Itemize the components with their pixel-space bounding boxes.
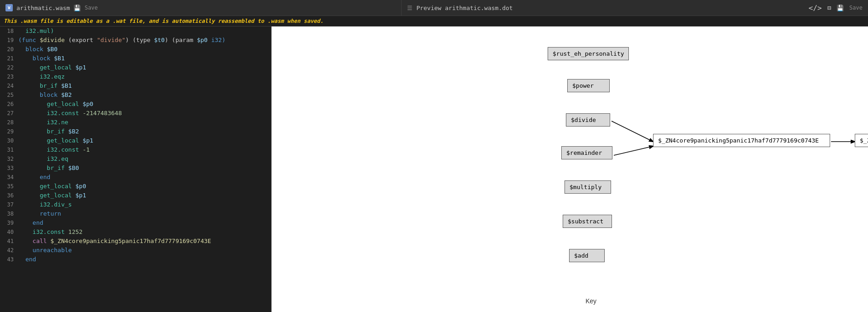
preview-save-button[interactable]: Save: [849, 5, 863, 11]
main-content: 18 i32.mul) 19 (func $divide (export "di…: [0, 26, 868, 312]
line-number: 27: [0, 109, 18, 118]
line-content: i32.ne: [18, 118, 271, 127]
table-row: 19 (func $divide (export "divide") (type…: [0, 36, 271, 45]
table-row: 33 br_if $B0: [0, 164, 271, 173]
line-content: block $B2: [18, 90, 271, 100]
node-add[interactable]: $add: [569, 249, 605, 262]
line-content: i32.mul): [18, 26, 271, 36]
node-panic-fmt[interactable]: $_ZN4core9panicking9panic_fmt17h2...: [855, 134, 868, 147]
line-number: 34: [0, 173, 18, 182]
line-content: br_if $B1: [18, 81, 271, 90]
line-number: 21: [0, 54, 18, 63]
table-row: 31 i32.const -1: [0, 145, 271, 154]
line-number: 29: [0, 127, 18, 136]
graph-arrows: [272, 26, 868, 310]
line-content: get_local $p1: [18, 191, 271, 200]
table-row: 35 get_local $p0: [0, 182, 271, 191]
node-power[interactable]: $power: [567, 79, 610, 92]
line-content: get_local $p1: [18, 63, 271, 72]
code-view-icon[interactable]: </>: [809, 4, 822, 12]
line-number: 31: [0, 145, 18, 154]
table-row: 41 call $_ZN4core9panicking5panic17haf7d…: [0, 237, 271, 246]
line-content: br_if $B2: [18, 127, 271, 136]
table-row: 26 get_local $p0: [0, 100, 271, 109]
table-row: 32 i32.eq: [0, 154, 271, 164]
title-left: W arithmatic.wasm 💾 Save: [0, 4, 401, 11]
save-icon: 💾: [73, 5, 81, 11]
node-label: $divide: [571, 116, 596, 123]
line-content: i32.div_s: [18, 200, 271, 209]
table-row: 18 i32.mul): [0, 26, 271, 36]
table-row: 37 i32.div_s: [0, 200, 271, 209]
node-label: $_ZN4core9panicking5panic17haf7d7779169c…: [658, 137, 819, 144]
node-label: $multiply: [570, 184, 601, 190]
line-content: i32.const -2147483648: [18, 109, 271, 118]
table-row: 38 return: [0, 209, 271, 218]
line-number: 35: [0, 182, 18, 191]
table-row: 42 unreachable: [0, 246, 271, 255]
line-number: 37: [0, 200, 18, 209]
line-content: i32.eq: [18, 154, 271, 164]
node-rust-eh[interactable]: $rust_eh_personality: [548, 47, 629, 60]
key-label: Key: [586, 297, 596, 305]
line-number: 20: [0, 45, 18, 54]
table-row: 36 get_local $p1: [0, 191, 271, 200]
preview-menu-icon: ☰: [407, 5, 413, 11]
table-row: 25 block $B2: [0, 90, 271, 100]
warning-bar: This .wasm file is editable as a .wat fi…: [0, 16, 868, 26]
node-label: $rust_eh_personality: [553, 50, 624, 57]
table-row: 20 block $B0: [0, 45, 271, 54]
line-number: 23: [0, 72, 18, 81]
code-lines: 18 i32.mul) 19 (func $divide (export "di…: [0, 26, 271, 312]
wasm-icon: W: [5, 4, 13, 11]
line-content: (func $divide (export "divide") (type $t…: [18, 36, 271, 45]
line-number: 19: [0, 36, 18, 45]
line-content: br_if $B0: [18, 164, 271, 173]
node-panic-fn[interactable]: $_ZN4core9panicking5panic17haf7d7779169c…: [653, 134, 830, 147]
line-content: i32.eqz: [18, 72, 271, 81]
preview-title-bar: ☰ Preview arithmatic.wasm.dot: [402, 5, 803, 11]
graph-canvas: $rust_eh_personality $power $divide $rem…: [272, 26, 868, 310]
table-row: 21 block $B1: [0, 54, 271, 63]
line-content: block $B1: [18, 54, 271, 63]
node-remainder[interactable]: $remainder: [561, 146, 612, 159]
table-row: 34 end: [0, 173, 271, 182]
line-number: 40: [0, 227, 18, 237]
svg-line-1: [614, 146, 653, 155]
line-content: call $_ZN4core9panicking5panic17haf7d777…: [18, 237, 271, 246]
table-row: 27 i32.const -2147483648: [0, 109, 271, 118]
line-content: i32.const 1252: [18, 227, 271, 237]
line-content: i32.const -1: [18, 145, 271, 154]
line-content: get_local $p0: [18, 182, 271, 191]
node-label: $substract: [568, 218, 603, 225]
line-content: end: [18, 218, 271, 227]
table-row: 22 get_local $p1: [0, 63, 271, 72]
line-number: 32: [0, 154, 18, 164]
line-number: 24: [0, 81, 18, 90]
split-view-icon[interactable]: ⊟: [827, 4, 831, 11]
line-number: 43: [0, 255, 18, 264]
code-editor[interactable]: 18 i32.mul) 19 (func $divide (export "di…: [0, 26, 272, 312]
warning-text: This .wasm file is editable as a .wat fi…: [4, 18, 324, 24]
table-row: 24 br_if $B1: [0, 81, 271, 90]
node-multiply[interactable]: $multiply: [565, 180, 611, 194]
table-row: 39 end: [0, 218, 271, 227]
preview-actions: </> ⊟ 💾 Save: [803, 4, 868, 12]
preview-title-text: Preview arithmatic.wasm.dot: [416, 5, 512, 11]
table-row: 40 i32.const 1252: [0, 227, 271, 237]
table-row: 23 i32.eqz: [0, 72, 271, 81]
node-divide[interactable]: $divide: [566, 113, 610, 127]
line-number: 36: [0, 191, 18, 200]
table-row: 29 br_if $B2: [0, 127, 271, 136]
line-content: block $B0: [18, 45, 271, 54]
line-number: 42: [0, 246, 18, 255]
line-number: 26: [0, 100, 18, 109]
node-substract[interactable]: $substract: [563, 215, 612, 228]
table-row: 28 i32.ne: [0, 118, 271, 127]
preview-panel[interactable]: $rust_eh_personality $power $divide $rem…: [272, 26, 868, 312]
editor-save-button[interactable]: Save: [84, 5, 98, 11]
line-content: end: [18, 255, 271, 264]
node-label: $remainder: [566, 149, 602, 156]
line-number: 38: [0, 209, 18, 218]
line-content: return: [18, 209, 271, 218]
